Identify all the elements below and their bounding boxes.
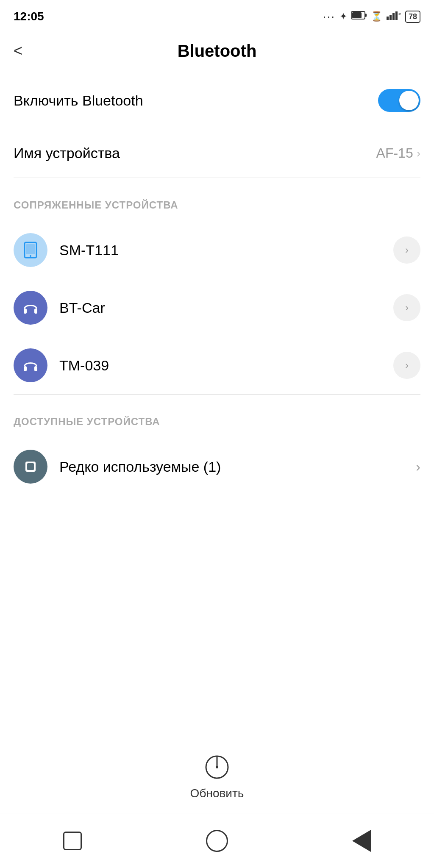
svg-rect-13 [24,366,27,371]
svg-rect-9 [26,244,35,254]
paired-device-left-1: BT-Car [14,291,105,325]
svg-rect-1 [365,14,367,17]
paired-device-left-0: SM-T111 [14,233,119,267]
main-content: Включить Bluetooth Имя устройства AF-15 … [0,72,434,495]
device-name-row[interactable]: Имя устройства AF-15 › [14,129,420,178]
nav-square-icon [63,832,82,850]
device-name-value: AF-15 › [376,145,420,161]
paired-device-left-2: ТМ-039 [14,348,109,382]
svg-rect-3 [387,17,389,20]
svg-point-19 [216,766,218,768]
back-button[interactable]: < [14,42,22,60]
battery-level: 78 [405,11,420,23]
svg-rect-14 [34,366,37,371]
device-icon-headphone-1 [14,291,47,325]
nav-circle-icon [206,830,228,852]
available-device-chevron-0: › [416,459,420,475]
alarm-icon: ⏳ [371,11,382,22]
refresh-area[interactable]: Обновить [0,754,434,800]
svg-rect-2 [352,12,362,18]
paired-device-name-0: SM-T111 [59,242,119,259]
svg-rect-16 [27,463,34,470]
bluetooth-toggle[interactable] [378,89,420,112]
chevron-icon-2: › [405,359,409,371]
paired-device-name-1: BT-Car [59,300,105,316]
page-header: < Bluetooth [0,30,434,72]
svg-point-10 [30,255,31,257]
paired-section-header: СОПРЯЖЕННЫЕ УСТРОЙСТВА [14,178,420,221]
paired-device-item-0[interactable]: SM-T111 › [14,221,420,279]
paired-device-item-1[interactable]: BT-Car › [14,279,420,337]
nav-home-button[interactable] [200,824,234,858]
status-bar: 12:05 ✦ ⏳ 4G 78 [0,0,434,30]
paired-device-item-2[interactable]: ТМ-039 › [14,337,420,394]
available-device-left-0: Редко используемые (1) [14,450,221,484]
page-title: Bluetooth [178,42,257,61]
chevron-icon-1: › [405,302,409,314]
nav-back-button[interactable] [345,824,378,858]
bluetooth-toggle-row: Включить Bluetooth [14,72,420,129]
paired-device-name-2: ТМ-039 [59,357,109,374]
svg-rect-6 [395,11,398,20]
nav-back-icon [352,830,371,852]
dots-icon [323,10,335,23]
device-icon-headphone-2 [14,348,47,382]
svg-rect-12 [34,309,37,314]
bluetooth-toggle-label: Включить Bluetooth [14,92,143,109]
chevron-icon-0: › [405,244,409,256]
svg-rect-4 [389,15,392,20]
nav-bar [0,813,434,868]
toggle-knob [399,91,419,110]
nav-square-button[interactable] [56,824,89,858]
status-icons: ✦ ⏳ 4G 78 [323,10,420,23]
svg-rect-11 [24,309,27,314]
available-device-item-0[interactable]: Редко используемые (1) › [14,438,420,495]
device-icon-tablet [14,233,47,267]
device-name-label: Имя устройства [14,145,120,161]
paired-device-chevron-0[interactable]: › [393,236,420,264]
paired-device-chevron-1[interactable]: › [393,294,420,321]
svg-rect-5 [392,13,395,20]
device-name-chevron: › [417,147,420,160]
refresh-icon [204,754,230,782]
bluetooth-icon: ✦ [339,11,347,22]
signal-icon: 4G [387,11,401,22]
battery-icon [351,11,367,22]
refresh-label: Обновить [190,787,244,800]
svg-text:4G: 4G [398,12,401,16]
status-time: 12:05 [14,10,44,23]
available-section-header: ДОСТУПНЫЕ УСТРОЙСТВА [14,395,420,438]
available-device-name-0: Редко используемые (1) [59,459,221,475]
device-icon-square-0 [14,450,47,484]
device-name-current: AF-15 [376,145,413,161]
paired-device-chevron-2[interactable]: › [393,352,420,379]
